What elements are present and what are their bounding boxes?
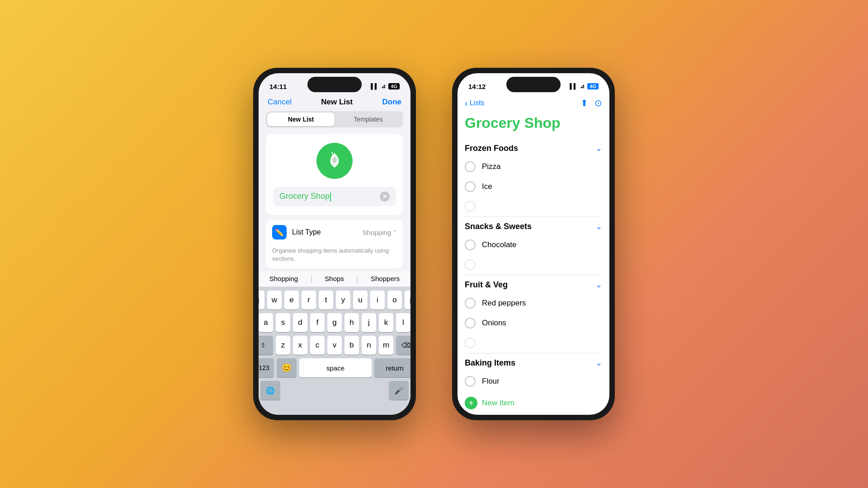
back-button[interactable]: ‹ Lists [465,98,485,108]
key-y[interactable]: y [336,291,350,310]
key-k[interactable]: k [379,313,393,332]
app-icon[interactable] [316,143,353,179]
svg-point-0 [332,157,337,163]
key-n[interactable]: n [362,336,376,355]
key-u[interactable]: u [353,291,368,310]
list-type-icon: ✏️ [272,225,287,239]
key-d[interactable]: d [293,313,307,332]
key-r[interactable]: r [302,291,316,310]
list-item-empty-veg [465,333,602,353]
key-g[interactable]: g [327,313,342,332]
checkbox-pizza[interactable] [465,161,476,172]
baking-items-chevron[interactable]: ⌄ [595,358,602,368]
checkbox-red-peppers[interactable] [465,298,476,309]
key-t[interactable]: t [319,291,333,310]
key-z[interactable]: z [276,336,290,355]
done-button[interactable]: Done [382,98,401,107]
list-item-ice: Ice [465,177,602,197]
key-j[interactable]: j [362,313,376,332]
key-row-4: 123 😊 space return [260,358,409,377]
signal-icon-2: ▌▌ [570,83,577,89]
item-ice: Ice [482,182,492,191]
key-numbers[interactable]: 123 [259,358,274,377]
battery-icon-1: 4G [388,83,400,89]
section-baking-items: Baking Items ⌄ [465,353,602,371]
key-q[interactable]: q [259,291,264,310]
key-row-1: q w e r t y u i o p [260,291,409,310]
snacks-sweets-chevron[interactable]: ⌄ [595,221,602,231]
list-form-area: Grocery Shop ✕ [266,134,403,215]
key-p[interactable]: p [405,291,410,310]
dynamic-island-1 [307,77,362,92]
key-globe[interactable]: 🌐 [260,381,280,400]
list-item-red-peppers: Red peppers [465,293,602,313]
cancel-button[interactable]: Cancel [268,98,292,107]
checkbox-chocolate[interactable] [465,239,476,250]
checkbox-add-frozen[interactable] [465,201,476,212]
key-emoji[interactable]: 😊 [277,358,297,377]
keyboard: q w e r t y u i o p a s d f g h j k l [259,287,410,415]
frozen-foods-chevron[interactable]: ⌄ [595,143,602,153]
tab-new-list[interactable]: New List [267,113,335,126]
share-button[interactable]: ⬆ [580,98,588,108]
key-space[interactable]: space [299,358,372,377]
nav-title-1: New List [321,98,353,107]
list-type-hint: Organise shopping items automatically us… [266,245,403,268]
item-onions: Onions [482,319,506,328]
section-frozen-foods: Frozen Foods ⌄ [465,139,602,157]
tab-templates[interactable]: Templates [335,113,402,126]
key-microphone[interactable]: 🎤 [389,381,409,400]
key-l[interactable]: l [396,313,410,332]
wifi-icon-2: ⊿ [580,83,585,89]
key-f[interactable]: f [310,313,325,332]
p2-content: Frozen Foods ⌄ Pizza Ice Snacks & Sweets… [458,139,609,391]
list-item-onions: Onions [465,313,602,333]
key-x[interactable]: x [293,336,307,355]
more-button[interactable]: ⊙ [594,98,602,108]
p2-nav-bar: ‹ Lists ⬆ ⊙ [458,96,609,113]
key-h[interactable]: h [344,313,359,332]
checkbox-flour[interactable] [465,376,476,387]
key-m[interactable]: m [379,336,393,355]
list-name-input[interactable]: Grocery Shop [279,192,380,201]
key-row-3: ⇧ z x c v b n m ⌫ [260,336,409,355]
name-input-row[interactable]: Grocery Shop ✕ [273,187,396,206]
clear-input-button[interactable]: ✕ [380,192,390,202]
autocomplete-3[interactable]: Shoppers [371,275,400,283]
key-i[interactable]: i [370,291,385,310]
new-item-plus-icon: + [465,397,477,409]
autocomplete-1[interactable]: Shopping [269,275,298,283]
chevron-icon: ⌃ [392,229,397,235]
checkbox-ice[interactable] [465,181,476,192]
item-pizza: Pizza [482,162,501,171]
key-e[interactable]: e [284,291,299,310]
key-c[interactable]: c [310,336,325,355]
checkbox-add-veg[interactable] [465,338,476,348]
snacks-sweets-title: Snacks & Sweets [465,222,532,231]
section-snacks-sweets: Snacks & Sweets ⌄ [465,216,602,235]
list-type-row[interactable]: ✏️ List Type Shopping ⌃ [266,220,403,245]
autocomplete-2[interactable]: Shops [325,275,344,283]
key-b[interactable]: b [344,336,359,355]
key-o[interactable]: o [387,291,402,310]
key-w[interactable]: w [267,291,282,310]
key-v[interactable]: v [327,336,342,355]
checkbox-add-snacks[interactable] [465,259,476,270]
section-fruit-veg: Fruit & Veg ⌄ [465,275,602,293]
key-s[interactable]: s [276,313,290,332]
key-shift[interactable]: ⇧ [259,336,273,355]
list-item-pizza: Pizza [465,157,602,177]
new-item-row[interactable]: + New Item [458,391,609,415]
list-type-section: ✏️ List Type Shopping ⌃ Organise shoppin… [266,220,403,268]
item-chocolate: Chocolate [482,240,517,249]
checkbox-onions[interactable] [465,318,476,328]
signal-icon-1: ▌▌ [371,83,378,89]
list-type-value[interactable]: Shopping ⌃ [363,229,397,236]
key-row-bottom: 🌐 🎤 [260,381,409,400]
key-delete[interactable]: ⌫ [396,336,410,355]
fruit-veg-chevron[interactable]: ⌄ [595,280,602,290]
key-return[interactable]: return [374,358,410,377]
frozen-foods-title: Frozen Foods [465,144,518,153]
key-a[interactable]: a [259,313,273,332]
p2-action-buttons: ⬆ ⊙ [580,98,602,108]
